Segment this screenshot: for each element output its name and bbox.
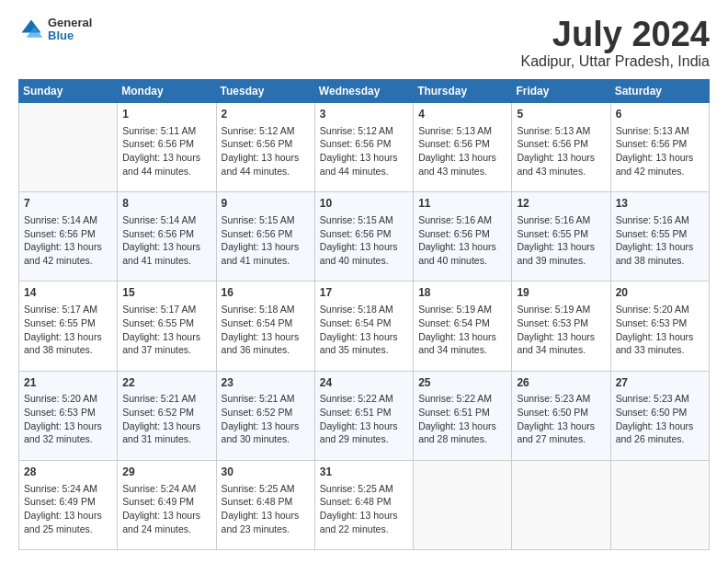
logo-line1: General <box>48 17 92 29</box>
calendar-cell <box>610 460 709 549</box>
sunrise-text: Sunrise: 5:22 AM <box>320 393 393 404</box>
sunrise-text: Sunrise: 5:21 AM <box>122 393 196 404</box>
sunset-text: Sunset: 6:50 PM <box>517 407 588 418</box>
calendar-week-2: 7Sunrise: 5:14 AMSunset: 6:56 PMDaylight… <box>19 192 710 282</box>
daylight-text: Daylight: 13 hours and 34 minutes. <box>517 331 595 356</box>
sunrise-text: Sunrise: 5:19 AM <box>517 304 590 315</box>
logo: General Blue <box>18 17 92 43</box>
calendar-cell: 17Sunrise: 5:18 AMSunset: 6:54 PMDayligh… <box>314 282 413 371</box>
column-header-monday: Monday <box>118 80 216 103</box>
logo-line2: Blue <box>48 29 92 42</box>
calendar-cell: 16Sunrise: 5:18 AMSunset: 6:54 PMDayligh… <box>216 282 314 371</box>
day-number: 7 <box>24 196 112 212</box>
sunset-text: Sunset: 6:51 PM <box>418 407 490 418</box>
calendar-header: SundayMondayTuesdayWednesdayThursdayFrid… <box>19 80 710 103</box>
daylight-text: Daylight: 13 hours and 42 minutes. <box>24 241 102 266</box>
column-header-wednesday: Wednesday <box>314 80 413 103</box>
daylight-text: Daylight: 13 hours and 43 minutes. <box>517 152 595 177</box>
daylight-text: Daylight: 13 hours and 31 minutes. <box>122 420 200 445</box>
day-number: 5 <box>517 107 605 122</box>
calendar-week-5: 28Sunrise: 5:24 AMSunset: 6:49 PMDayligh… <box>19 460 710 549</box>
calendar-cell: 24Sunrise: 5:22 AMSunset: 6:51 PMDayligh… <box>314 371 413 460</box>
day-number: 25 <box>418 375 506 391</box>
calendar-week-1: 1Sunrise: 5:11 AMSunset: 6:56 PMDaylight… <box>19 103 710 192</box>
day-number: 6 <box>616 107 704 122</box>
daylight-text: Daylight: 13 hours and 39 minutes. <box>517 241 595 266</box>
day-number: 3 <box>320 107 408 122</box>
sunrise-text: Sunrise: 5:18 AM <box>222 304 295 315</box>
day-number: 22 <box>122 375 210 391</box>
sunrise-text: Sunrise: 5:20 AM <box>24 393 97 404</box>
logo-icon <box>18 17 44 42</box>
calendar-cell: 15Sunrise: 5:17 AMSunset: 6:55 PMDayligh… <box>118 282 216 371</box>
day-number: 28 <box>24 465 112 480</box>
calendar-cell: 14Sunrise: 5:17 AMSunset: 6:55 PMDayligh… <box>19 282 118 371</box>
page-title: July 2024 <box>521 17 710 52</box>
calendar-cell: 20Sunrise: 5:20 AMSunset: 6:53 PMDayligh… <box>610 282 709 371</box>
sunset-text: Sunset: 6:56 PM <box>517 138 588 149</box>
calendar-table: SundayMondayTuesdayWednesdayThursdayFrid… <box>18 79 710 550</box>
daylight-text: Daylight: 13 hours and 28 minutes. <box>418 420 496 445</box>
day-number: 12 <box>517 196 605 212</box>
sunrise-text: Sunrise: 5:12 AM <box>222 125 295 136</box>
sunrise-text: Sunrise: 5:15 AM <box>320 214 393 225</box>
sunset-text: Sunset: 6:56 PM <box>418 228 490 239</box>
sunset-text: Sunset: 6:51 PM <box>320 407 392 418</box>
sunrise-text: Sunrise: 5:13 AM <box>616 125 689 136</box>
day-number: 24 <box>320 375 408 391</box>
sunrise-text: Sunrise: 5:17 AM <box>122 304 196 315</box>
sunrise-text: Sunrise: 5:24 AM <box>24 483 97 494</box>
calendar-cell: 29Sunrise: 5:24 AMSunset: 6:49 PMDayligh… <box>118 460 216 549</box>
page-subtitle: Kadipur, Uttar Pradesh, India <box>521 53 710 70</box>
daylight-text: Daylight: 13 hours and 43 minutes. <box>418 152 496 177</box>
daylight-text: Daylight: 13 hours and 27 minutes. <box>517 420 595 445</box>
daylight-text: Daylight: 13 hours and 40 minutes. <box>320 241 398 266</box>
calendar-cell: 8Sunrise: 5:14 AMSunset: 6:56 PMDaylight… <box>118 192 216 282</box>
daylight-text: Daylight: 13 hours and 24 minutes. <box>122 510 200 534</box>
day-number: 20 <box>616 285 704 301</box>
calendar-cell: 19Sunrise: 5:19 AMSunset: 6:53 PMDayligh… <box>512 282 610 371</box>
sunset-text: Sunset: 6:55 PM <box>122 317 194 328</box>
day-number: 29 <box>122 465 210 480</box>
sunset-text: Sunset: 6:56 PM <box>24 228 96 239</box>
calendar-cell: 13Sunrise: 5:16 AMSunset: 6:55 PMDayligh… <box>610 192 709 282</box>
sunrise-text: Sunrise: 5:23 AM <box>616 393 689 404</box>
daylight-text: Daylight: 13 hours and 29 minutes. <box>320 420 398 445</box>
day-number: 18 <box>418 285 506 301</box>
daylight-text: Daylight: 13 hours and 38 minutes. <box>616 241 694 266</box>
day-number: 30 <box>222 465 310 480</box>
daylight-text: Daylight: 13 hours and 44 minutes. <box>222 152 300 177</box>
sunrise-text: Sunrise: 5:13 AM <box>517 125 590 136</box>
header: General Blue July 2024 Kadipur, Uttar Pr… <box>18 17 710 70</box>
daylight-text: Daylight: 13 hours and 41 minutes. <box>122 241 200 266</box>
daylight-text: Daylight: 13 hours and 42 minutes. <box>616 152 694 177</box>
day-number: 9 <box>222 196 310 212</box>
day-number: 17 <box>320 285 408 301</box>
day-number: 26 <box>517 375 605 391</box>
sunrise-text: Sunrise: 5:21 AM <box>222 393 295 404</box>
daylight-text: Daylight: 13 hours and 22 minutes. <box>320 510 398 534</box>
calendar-cell: 1Sunrise: 5:11 AMSunset: 6:56 PMDaylight… <box>118 103 216 192</box>
daylight-text: Daylight: 13 hours and 38 minutes. <box>24 331 102 356</box>
calendar-cell: 12Sunrise: 5:16 AMSunset: 6:55 PMDayligh… <box>512 192 610 282</box>
sunset-text: Sunset: 6:48 PM <box>320 496 392 507</box>
daylight-text: Daylight: 13 hours and 44 minutes. <box>320 152 398 177</box>
daylight-text: Daylight: 13 hours and 37 minutes. <box>122 331 200 356</box>
calendar-cell: 21Sunrise: 5:20 AMSunset: 6:53 PMDayligh… <box>19 371 118 460</box>
sunrise-text: Sunrise: 5:11 AM <box>122 125 196 136</box>
sunset-text: Sunset: 6:48 PM <box>222 496 293 507</box>
sunrise-text: Sunrise: 5:15 AM <box>222 214 295 225</box>
day-number: 4 <box>418 107 506 122</box>
logo-text: General Blue <box>48 17 92 43</box>
calendar-cell: 3Sunrise: 5:12 AMSunset: 6:56 PMDaylight… <box>314 103 413 192</box>
calendar-cell: 26Sunrise: 5:23 AMSunset: 6:50 PMDayligh… <box>512 371 610 460</box>
calendar-cell <box>19 103 118 192</box>
sunset-text: Sunset: 6:55 PM <box>24 317 96 328</box>
sunset-text: Sunset: 6:54 PM <box>222 317 293 328</box>
calendar-body: 1Sunrise: 5:11 AMSunset: 6:56 PMDaylight… <box>19 103 710 550</box>
daylight-text: Daylight: 13 hours and 30 minutes. <box>222 420 300 445</box>
column-header-friday: Friday <box>512 80 610 103</box>
sunset-text: Sunset: 6:56 PM <box>122 138 194 149</box>
sunset-text: Sunset: 6:56 PM <box>222 228 293 239</box>
sunset-text: Sunset: 6:55 PM <box>517 228 588 239</box>
